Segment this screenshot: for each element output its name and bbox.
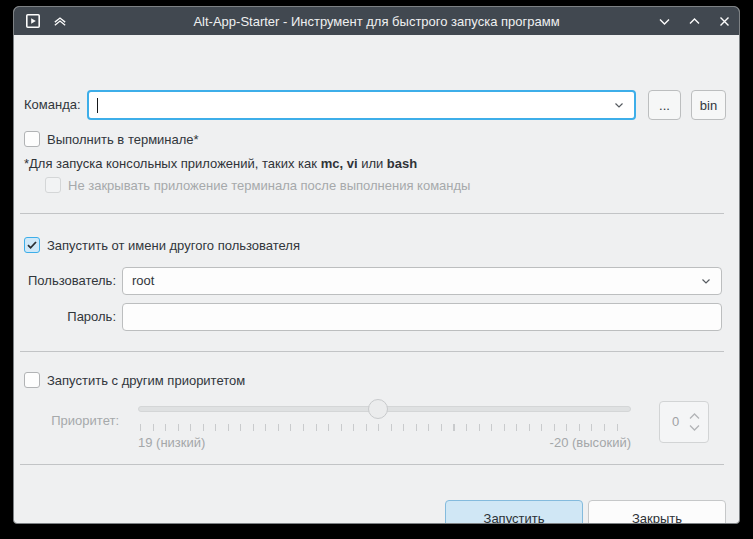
terminal-checkbox-label[interactable]: Выполнить в терминале*: [47, 132, 199, 147]
terminal-note: *Для запуска консольных приложений, таки…: [24, 156, 417, 171]
slider-handle: [368, 399, 388, 419]
user-combobox[interactable]: root: [122, 267, 722, 295]
spin-down-icon: [688, 424, 701, 433]
run-button[interactable]: Запустить: [445, 500, 583, 524]
user-value: root: [132, 268, 154, 294]
minimize-icon[interactable]: [656, 13, 672, 29]
close-button[interactable]: Закрыть: [588, 500, 726, 524]
command-label: Команда:: [24, 90, 81, 120]
priority-slider: 19 (низкий) -20 (высокий): [138, 399, 631, 451]
spin-up-icon: [688, 412, 701, 421]
window-title: Alt-App-Starter - Инструмент для быстрог…: [14, 7, 739, 35]
chevron-down-icon[interactable]: [613, 99, 625, 111]
maximize-icon[interactable]: [686, 13, 702, 29]
user-label: Пользователь:: [14, 267, 116, 295]
chevron-down-icon[interactable]: [700, 275, 712, 287]
password-label: Пароль:: [14, 303, 116, 331]
priority-checkbox[interactable]: [24, 372, 40, 388]
priority-spinbox: 0: [659, 401, 709, 443]
separator: [20, 213, 724, 214]
runas-checkbox-label[interactable]: Запустить от имени другого пользователя: [47, 238, 300, 253]
slider-min-label: 19 (низкий): [138, 435, 205, 450]
slider-ticks: [140, 424, 629, 431]
slider-max-label: -20 (высокий): [550, 435, 631, 450]
browse-button[interactable]: ...: [648, 90, 681, 120]
close-icon[interactable]: [716, 13, 732, 29]
runas-checkbox[interactable]: [24, 237, 40, 253]
password-input[interactable]: [122, 303, 722, 331]
terminal-checkbox[interactable]: [24, 131, 40, 147]
noclose-checkbox: [45, 177, 61, 193]
spinbox-value: 0: [672, 402, 679, 442]
priority-checkbox-label[interactable]: Запустить с другим приоритетом: [47, 373, 245, 388]
text-cursor: [97, 98, 98, 113]
dialog-body: Команда: ... bin Выполнить в терминале* …: [14, 35, 739, 523]
priority-label: Приоритет:: [14, 407, 119, 435]
separator: [20, 351, 724, 352]
separator: [20, 464, 724, 465]
noclose-checkbox-label: Не закрывать приложение терминала после …: [68, 178, 470, 193]
bin-button[interactable]: bin: [691, 90, 726, 120]
command-input[interactable]: [87, 90, 636, 120]
app-window: Alt-App-Starter - Инструмент для быстрог…: [13, 6, 740, 524]
titlebar[interactable]: Alt-App-Starter - Инструмент для быстрог…: [14, 7, 739, 35]
